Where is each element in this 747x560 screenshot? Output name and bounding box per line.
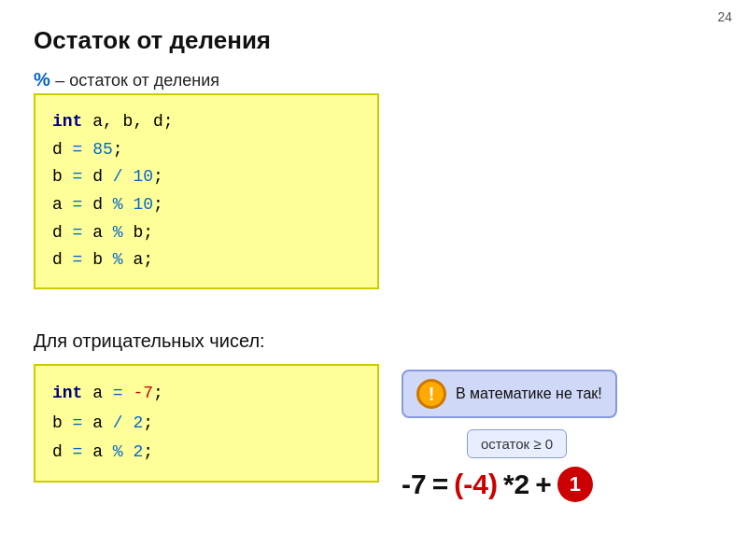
code-line: d = a % 2; <box>52 438 360 468</box>
percent-symbol: % <box>34 69 55 90</box>
code-block-1: int a, b, d; d = 85; b = d / 10; a = d %… <box>34 93 379 289</box>
code-line: d = b % a; <box>52 246 360 274</box>
formula-remainder-circle: 1 <box>557 467 593 502</box>
page-number: 24 <box>717 9 732 24</box>
code-line: b = d / 10; <box>52 163 360 191</box>
subtitle-text: – остаток от деления <box>55 71 219 90</box>
section-header-suffix: : <box>260 330 265 351</box>
code-line: d = a % b; <box>52 219 360 247</box>
code-line: b = a / 2; <box>52 409 360 439</box>
code-block-2: int a = -7; b = a / 2; d = a % 2; <box>34 364 379 483</box>
code-line: int a = -7; <box>52 379 360 409</box>
section-header: Для отрицательных чисел: <box>34 330 265 352</box>
main-title: Остаток от деления <box>34 26 271 55</box>
warning-icon: ! <box>416 379 446 409</box>
warning-bubble: ! В математике не так! <box>402 370 617 418</box>
formula-eq: = <box>432 469 449 500</box>
subtitle: % – остаток от деления <box>34 69 219 91</box>
section-header-blue: Для отрицательных чисел <box>34 330 260 351</box>
formula-times2: *2 <box>503 469 529 500</box>
code-line: d = 85; <box>52 136 360 164</box>
formula-neg4: (-4) <box>454 469 498 500</box>
code-line: a = d % 10; <box>52 191 360 219</box>
formula-plus: + <box>535 469 552 500</box>
formula-neg7: -7 <box>402 469 427 500</box>
math-formula: -7 = (-4) *2 + 1 <box>402 467 593 502</box>
code-line: int a, b, d; <box>52 108 360 136</box>
warning-text: В математике не так! <box>456 385 602 402</box>
remainder-note: остаток ≥ 0 <box>467 429 567 458</box>
